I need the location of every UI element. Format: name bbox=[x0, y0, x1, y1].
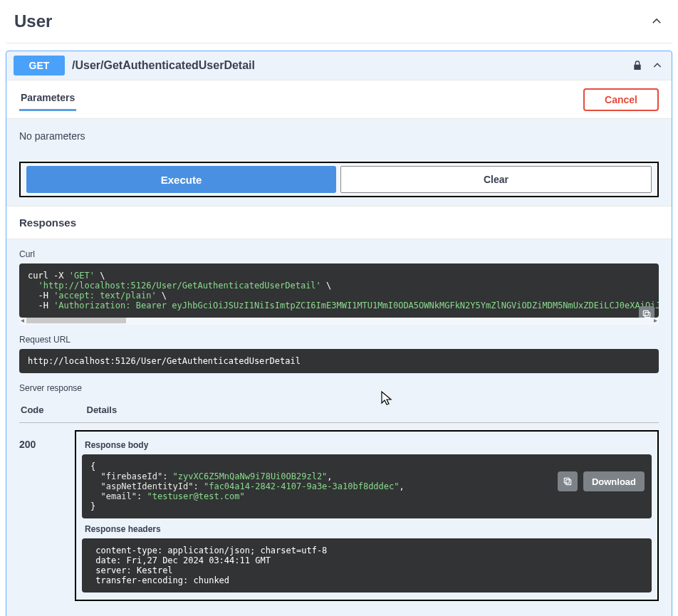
response-headers-label: Response headers bbox=[82, 523, 652, 538]
responses-footer-heading: Responses bbox=[6, 601, 672, 616]
svg-rect-0 bbox=[645, 313, 650, 318]
section-title: User bbox=[14, 11, 52, 31]
svg-rect-3 bbox=[564, 478, 569, 483]
tab-parameters[interactable]: Parameters bbox=[19, 88, 76, 111]
chevron-up-icon bbox=[650, 14, 664, 28]
request-url-block[interactable]: http://localhost:5126/User/GetAuthentica… bbox=[19, 349, 659, 373]
server-response-label: Server response bbox=[6, 373, 672, 397]
response-details: Response body { "firebaseId": "zyvXC6Z5M… bbox=[75, 430, 659, 601]
svg-rect-1 bbox=[643, 310, 648, 315]
response-body-block[interactable]: { "firebaseId": "zyvXC6Z5MnQaNw9i78Ui0OB… bbox=[82, 454, 652, 518]
responses-heading: Responses bbox=[6, 206, 672, 239]
chevron-up-icon bbox=[650, 58, 664, 73]
response-row: 200 Response body { "firebaseId": "zyvXC… bbox=[19, 423, 659, 601]
response-body-label: Response body bbox=[82, 439, 652, 454]
horizontal-scrollbar[interactable]: ◂ ▸ bbox=[19, 318, 659, 325]
execute-button[interactable]: Execute bbox=[26, 166, 336, 193]
svg-rect-2 bbox=[566, 480, 571, 485]
operation-summary[interactable]: GET /User/GetAuthenticatedUserDetail bbox=[6, 51, 672, 80]
parameters-bar: Parameters Cancel bbox=[6, 80, 672, 119]
method-badge: GET bbox=[14, 56, 65, 75]
operation-path: /User/GetAuthenticatedUserDetail bbox=[72, 59, 625, 72]
execute-row: Execute Clear bbox=[19, 162, 659, 197]
curl-block[interactable]: curl -X 'GET' \ 'http://localhost:5126/U… bbox=[19, 263, 659, 318]
lock-icon[interactable] bbox=[632, 60, 643, 71]
code-header: Code bbox=[21, 404, 44, 415]
section-header[interactable]: User bbox=[6, 6, 672, 43]
curl-label: Curl bbox=[6, 239, 672, 263]
clear-button[interactable]: Clear bbox=[340, 166, 652, 193]
cancel-button[interactable]: Cancel bbox=[583, 88, 659, 111]
response-headers-block[interactable]: content-type: application/json; charset=… bbox=[82, 538, 652, 592]
status-code: 200 bbox=[19, 430, 75, 450]
copy-icon[interactable] bbox=[639, 306, 654, 318]
copy-response-icon[interactable] bbox=[558, 471, 578, 491]
response-table-header: Code Details bbox=[19, 397, 659, 423]
request-url-label: Request URL bbox=[6, 325, 672, 349]
download-button[interactable]: Download bbox=[583, 471, 645, 491]
details-header: Details bbox=[87, 404, 118, 415]
no-parameters-text: No parameters bbox=[6, 119, 672, 153]
operation-block: GET /User/GetAuthenticatedUserDetail Par… bbox=[6, 51, 672, 616]
